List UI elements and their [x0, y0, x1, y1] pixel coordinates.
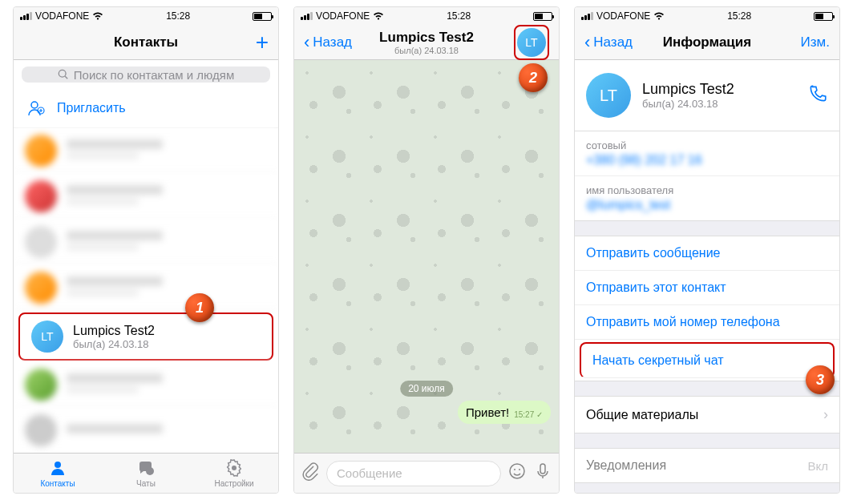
navbar: Контакты +: [14, 25, 278, 60]
contact-row-lumpics[interactable]: LT Lumpics Test2 был(а) 24.03.18: [18, 312, 273, 361]
signal-icon: [20, 12, 32, 20]
carrier: VODAFONE: [35, 10, 89, 22]
share-contact-button[interactable]: Отправить этот контакт: [575, 271, 839, 305]
contact-name: Lumpics Test2: [73, 324, 261, 338]
attach-button[interactable]: [301, 462, 320, 486]
battery-icon: [253, 12, 272, 21]
svg-point-9: [510, 464, 524, 478]
svg-point-8: [232, 466, 236, 470]
page-title: Информация: [663, 34, 751, 50]
shared-media-button[interactable]: Общие материалы ›: [575, 397, 839, 433]
chat-avatar-button[interactable]: LT: [517, 28, 546, 57]
svg-point-2: [31, 102, 38, 108]
back-button[interactable]: ‹Назад: [584, 32, 633, 53]
screen-chat: VODAFONE 15:28 ‹Назад Lumpics Test2 был(…: [293, 6, 560, 494]
status-bar: VODAFONE 15:28: [575, 7, 839, 25]
send-message-button[interactable]: Отправить сообщение: [575, 236, 839, 271]
step-marker-1: 1: [185, 293, 214, 322]
contact-row[interactable]: [14, 408, 278, 453]
username-cell[interactable]: имя пользователя @lumpics_test: [575, 176, 839, 220]
notifications-row[interactable]: Уведомления Вкл: [575, 449, 839, 482]
svg-point-6: [55, 462, 61, 468]
step-marker-3: 3: [806, 365, 835, 394]
send-my-number-button[interactable]: Отправить мой номер телефона: [575, 305, 839, 340]
navbar: ‹Назад Lumpics Test2 был(а) 24.03.18 LT: [294, 25, 559, 60]
status-bar: VODAFONE 15:28: [294, 7, 559, 25]
contact-row[interactable]: [14, 174, 278, 220]
svg-point-11: [519, 469, 520, 470]
svg-rect-12: [540, 464, 545, 474]
search-input[interactable]: Поиск по контактам и людям: [22, 67, 270, 83]
svg-point-7: [146, 467, 154, 475]
mic-button[interactable]: [533, 462, 552, 486]
settings-icon: [224, 458, 244, 478]
contact-status: был(а) 24.03.18: [73, 338, 261, 350]
step-marker-2: 2: [519, 63, 548, 92]
chat-area[interactable]: 20 июля Привет! 15:27 ✓: [294, 60, 559, 453]
contact-row[interactable]: [14, 362, 278, 408]
back-button[interactable]: ‹Назад: [304, 32, 352, 53]
wifi-icon: [92, 10, 103, 22]
contact-row[interactable]: [14, 220, 278, 265]
call-button[interactable]: [807, 83, 828, 107]
svg-point-0: [59, 70, 66, 77]
navbar: ‹Назад Информация Изм.: [575, 25, 839, 60]
start-secret-chat-button[interactable]: Начать секретный чат: [580, 342, 835, 378]
invite-icon: [25, 97, 47, 119]
mobile-cell[interactable]: сотовый +380 (98) 202 17 16: [575, 131, 839, 176]
invite-friends-button[interactable]: Пригласить: [14, 89, 278, 128]
contact-row[interactable]: [14, 265, 278, 311]
svg-line-1: [65, 76, 67, 79]
chat-title[interactable]: Lumpics Test2 был(а) 24.03.18: [379, 30, 474, 55]
svg-point-10: [514, 469, 515, 470]
chevron-right-icon: ›: [823, 406, 828, 423]
tab-settings[interactable]: Настройки: [190, 454, 278, 493]
message-input[interactable]: Сообщение: [326, 461, 501, 486]
page-title: Контакты: [114, 34, 178, 50]
screen-contacts: VODAFONE 15:28 Контакты + Поиск по конта…: [13, 6, 279, 494]
avatar[interactable]: LT: [586, 73, 631, 118]
tab-chats[interactable]: Чаты: [102, 454, 190, 493]
tab-contacts[interactable]: Контакты: [14, 454, 102, 493]
contact-row[interactable]: [14, 128, 278, 174]
profile-header: LT Lumpics Test2 был(а) 24.03.18: [575, 60, 839, 131]
time: 15:28: [166, 10, 190, 22]
edit-button[interactable]: Изм.: [801, 34, 830, 50]
date-separator: 20 июля: [400, 381, 453, 397]
profile-status: был(а) 24.03.18: [642, 98, 796, 110]
message-time: 15:27 ✓: [514, 410, 543, 419]
search-icon: [58, 69, 69, 80]
tab-bar: Контакты Чаты Настройки: [14, 453, 278, 493]
profile-name: Lumpics Test2: [642, 81, 796, 98]
chats-icon: [136, 458, 156, 478]
message-bubble[interactable]: Привет! 15:27 ✓: [458, 401, 551, 424]
add-contact-button[interactable]: +: [256, 30, 269, 55]
input-bar: Сообщение: [294, 453, 559, 493]
screen-info: VODAFONE 15:28 ‹Назад Информация Изм. LT…: [574, 6, 840, 494]
contacts-icon: [48, 458, 67, 478]
status-bar: VODAFONE 15:28: [14, 7, 278, 25]
avatar: LT: [31, 321, 63, 353]
sticker-button[interactable]: [507, 462, 527, 486]
